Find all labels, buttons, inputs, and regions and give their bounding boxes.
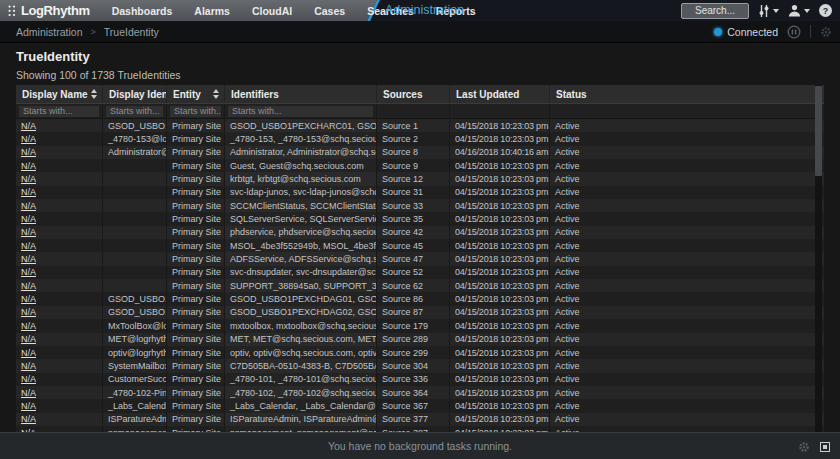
table-row[interactable]: N/APrimary Sitekrbtgt, krbtgt@schq.secio… bbox=[16, 172, 824, 185]
cell-status: Active bbox=[550, 186, 824, 199]
table-row[interactable]: N/APrimary SiteSQLServerService, SQLServ… bbox=[16, 212, 824, 225]
table-row[interactable]: N/APrimary Sitesvc-ldap-junos, svc-ldap-… bbox=[16, 186, 824, 199]
pause-button-icon[interactable] bbox=[787, 25, 801, 39]
display-name-link[interactable]: N/A bbox=[21, 348, 36, 358]
display-name-link[interactable]: N/A bbox=[21, 187, 36, 197]
table-row[interactable]: N/AGSOD_USBO1PEX...Primary SiteGSOD_USBO… bbox=[16, 119, 824, 132]
display-name-link[interactable]: N/A bbox=[21, 161, 36, 171]
cell-display-name: N/A bbox=[16, 146, 103, 159]
user-icon bbox=[788, 4, 801, 17]
nav-item-cases[interactable]: Cases bbox=[314, 5, 345, 17]
filter-input-entity[interactable]: Starts with... bbox=[170, 106, 221, 117]
table-row[interactable]: N/ACustomerSuccess...Primary Site_4780-1… bbox=[16, 373, 824, 386]
column-header-last-updated[interactable]: Last Updated bbox=[450, 85, 550, 103]
user-menu-button[interactable] bbox=[788, 4, 810, 17]
search-button[interactable]: Search... bbox=[681, 3, 749, 19]
display-name-link[interactable]: N/A bbox=[21, 334, 36, 344]
filter-input-identifiers[interactable]: Starts with... bbox=[228, 106, 373, 117]
cell-display-name: N/A bbox=[16, 399, 103, 412]
table-row[interactable]: N/APrimary SiteMSOL_4be3f552949b, MSOL_4… bbox=[16, 239, 824, 252]
table-row[interactable]: N/A_4780-153@logrh...Primary Site_4780-1… bbox=[16, 132, 824, 145]
display-name-link[interactable]: N/A bbox=[21, 374, 36, 384]
display-name-link[interactable]: N/A bbox=[21, 241, 36, 251]
display-name-link[interactable]: N/A bbox=[21, 281, 36, 291]
column-label: Entity bbox=[173, 89, 201, 100]
table-scrollbar[interactable] bbox=[815, 85, 822, 432]
table-row[interactable]: N/AMxToolBox@logr...Primary Sitemxtoolbo… bbox=[16, 319, 824, 332]
display-name-link[interactable]: N/A bbox=[21, 294, 36, 304]
cell-sources: Source 87 bbox=[377, 306, 450, 319]
breadcrumb-administration[interactable]: Administration bbox=[16, 26, 83, 38]
cell-last-updated: 04/15/2018 10:23:03 pm bbox=[450, 319, 550, 332]
divider bbox=[810, 25, 811, 38]
cell-entity: Primary Site bbox=[167, 186, 225, 199]
column-header-display-name[interactable]: Display Name bbox=[16, 85, 103, 103]
table-row[interactable]: N/APrimary SiteGuest, Guest@schq.secious… bbox=[16, 159, 824, 172]
nav-item-alarms[interactable]: Alarms bbox=[194, 5, 230, 17]
table-row[interactable]: N/AAdministrator@lo...Primary SiteAdmini… bbox=[16, 146, 824, 159]
column-label: Sources bbox=[383, 89, 422, 100]
settings-gear-icon[interactable] bbox=[820, 26, 832, 38]
sort-icon[interactable] bbox=[213, 89, 220, 99]
display-name-link[interactable]: N/A bbox=[21, 254, 36, 264]
column-header-status[interactable]: Status bbox=[550, 85, 824, 103]
scrollbar-thumb[interactable] bbox=[815, 86, 822, 176]
connection-status: Connected bbox=[714, 26, 778, 38]
cell-status: Active bbox=[550, 346, 824, 359]
cell-sources: Source 367 bbox=[377, 399, 450, 412]
display-name-link[interactable]: N/A bbox=[21, 227, 36, 237]
cell-display-name: N/A bbox=[16, 212, 103, 225]
display-name-link[interactable]: N/A bbox=[21, 388, 36, 398]
column-header-identifiers[interactable]: Identifiers bbox=[225, 85, 377, 103]
display-name-link[interactable]: N/A bbox=[21, 214, 36, 224]
filter-cell: Starts with... bbox=[16, 104, 103, 118]
table-row[interactable]: N/APrimary SiteSUPPORT_388945a0, SUPPORT… bbox=[16, 279, 824, 292]
cell-last-updated: 04/15/2018 10:23:03 pm bbox=[450, 172, 550, 185]
table-row[interactable]: N/ASystemMailbox{C...Primary SiteC7D505B… bbox=[16, 359, 824, 372]
nav-item-administration-active[interactable]: Administration bbox=[385, 0, 464, 21]
display-name-link[interactable]: N/A bbox=[21, 121, 36, 131]
table-row[interactable]: N/A_Labs_Calendar@...Primary Site_Labs_C… bbox=[16, 399, 824, 412]
column-header-sources[interactable]: Sources bbox=[377, 85, 450, 103]
stop-tasks-icon[interactable] bbox=[820, 442, 830, 452]
cell-display-identi: optiv@logrhythm... bbox=[103, 346, 167, 359]
table-row[interactable]: N/APrimary Sitephdservice, phdservice@sc… bbox=[16, 226, 824, 239]
help-button[interactable]: ? bbox=[819, 4, 832, 17]
table-row[interactable]: N/APrimary Sitesvc-dnsupdater, svc-dnsup… bbox=[16, 266, 824, 279]
filter-input-display-name[interactable]: Starts with... bbox=[19, 106, 99, 117]
display-name-link[interactable]: N/A bbox=[21, 401, 36, 411]
logo[interactable]: LogRhythm bbox=[8, 3, 90, 18]
cell-display-name: N/A bbox=[16, 333, 103, 346]
table-row[interactable]: N/Aoptiv@logrhythm...Primary Siteoptiv, … bbox=[16, 346, 824, 359]
preferences-menu-button[interactable] bbox=[758, 4, 779, 18]
cell-identifiers: _4780-101, _4780-101@schq.secious.com, C… bbox=[225, 373, 377, 386]
display-name-link[interactable]: N/A bbox=[21, 307, 36, 317]
display-name-link[interactable]: N/A bbox=[21, 147, 36, 157]
nav-item-cloudai[interactable]: CloudAI bbox=[252, 5, 292, 17]
display-name-link[interactable]: N/A bbox=[21, 414, 36, 424]
display-name-link[interactable]: N/A bbox=[21, 174, 36, 184]
display-name-link[interactable]: N/A bbox=[21, 267, 36, 277]
cell-entity: Primary Site bbox=[167, 146, 225, 159]
display-name-link[interactable]: N/A bbox=[21, 361, 36, 371]
table-row[interactable]: N/APrimary SiteSCCMClientStatus, SCCMCli… bbox=[16, 199, 824, 212]
display-name-link[interactable]: N/A bbox=[21, 201, 36, 211]
column-label: Display Identi... bbox=[109, 89, 167, 100]
table-row[interactable]: N/AGSOD_USBO1PEX...Primary SiteGSOD_USBO… bbox=[16, 292, 824, 305]
table-row[interactable]: N/A_4780-102-Ping@...Primary Site_4780-1… bbox=[16, 386, 824, 399]
column-header-entity[interactable]: Entity bbox=[167, 85, 225, 103]
display-name-link[interactable]: N/A bbox=[21, 321, 36, 331]
display-name-link[interactable]: N/A bbox=[21, 134, 36, 144]
table-row[interactable]: N/AISParatureAdmin...Primary SiteISParat… bbox=[16, 413, 824, 426]
cell-display-name: N/A bbox=[16, 172, 103, 185]
tasks-gear-icon[interactable] bbox=[798, 441, 810, 453]
table-row[interactable]: N/AMET@logrhythm...Primary SiteMET, MET@… bbox=[16, 333, 824, 346]
cell-sources: Source 2 bbox=[377, 132, 450, 145]
nav-item-dashboards[interactable]: Dashboards bbox=[112, 5, 173, 17]
table-row[interactable]: N/APrimary SiteADFSService, ADFSService@… bbox=[16, 252, 824, 265]
table-row[interactable]: N/AGSOD_USBO1PEX...Primary SiteGSOD_USBO… bbox=[16, 306, 824, 319]
column-header-display-identi[interactable]: Display Identi... bbox=[103, 85, 167, 103]
sort-icon[interactable] bbox=[91, 89, 98, 99]
filter-input-display-identi[interactable]: Starts with... bbox=[106, 106, 163, 117]
cell-last-updated: 04/15/2018 10:23:03 pm bbox=[450, 199, 550, 212]
